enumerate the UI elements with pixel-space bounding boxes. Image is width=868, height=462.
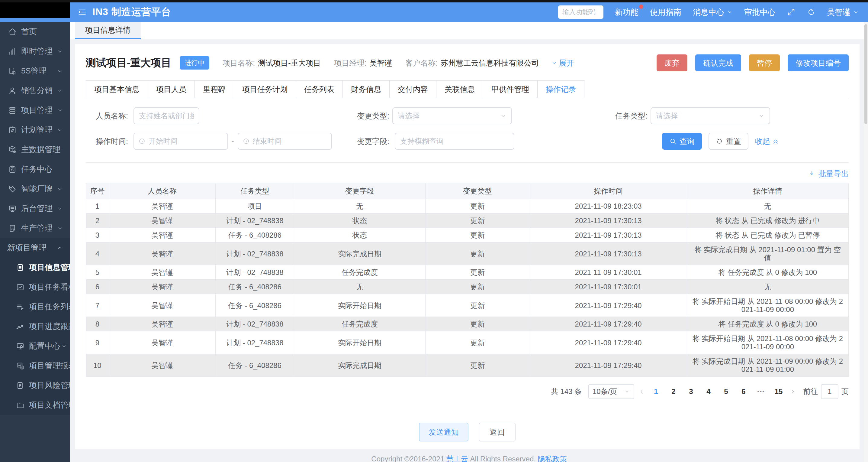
batch-export-link[interactable]: 批量导出 <box>808 169 849 179</box>
divider <box>86 162 849 163</box>
fullscreen-icon[interactable] <box>787 8 796 16</box>
end-time-input[interactable]: 结束时间 <box>238 133 332 150</box>
sidebar-item-backend[interactable]: 后台管理 <box>0 199 70 218</box>
page-number-5[interactable]: 5 <box>719 387 733 396</box>
prev-page-icon[interactable] <box>639 388 645 395</box>
tab-owner-supplied[interactable]: 甲供件管理 <box>483 80 537 98</box>
reset-button[interactable]: 重置 <box>709 133 748 150</box>
scrollbar[interactable] <box>864 22 868 462</box>
sidebar-item-sales[interactable]: 销售分销 <box>0 81 70 100</box>
table-row: 10吴智谨任务 - 6_408286实际完成日期更新2021-11-09 17:… <box>86 354 849 377</box>
sidebar-item-realtime[interactable]: 即时管理 <box>0 41 70 61</box>
start-time-input[interactable]: 开始时间 <box>133 133 228 150</box>
notebook-icon <box>8 125 17 135</box>
tab-task-list[interactable]: 任务列表 <box>296 80 342 98</box>
sidebar-subitem-task-board[interactable]: 项目任务看板 <box>0 277 70 297</box>
header-right: 新功能 使用指南 消息中心 审批中心 吴智谨 <box>558 5 859 19</box>
person-icon <box>8 86 17 95</box>
page-number-15[interactable]: 15 <box>772 387 785 396</box>
board-icon <box>16 283 25 292</box>
scrollbar-thumb[interactable] <box>864 24 867 124</box>
sidebar-item-project[interactable]: 项目管理 <box>0 100 70 120</box>
nav-approval-center[interactable]: 审批中心 <box>744 7 776 18</box>
sidebar-subitem-docs[interactable]: 项目文档管理 <box>0 395 70 415</box>
function-code-input[interactable] <box>558 5 603 19</box>
chevron-down-icon <box>57 186 63 192</box>
tab-related-info[interactable]: 关联信息 <box>436 80 483 98</box>
app-header: IN3 制造运营平台 新功能 使用指南 消息中心 审批中心 吴智谨 <box>0 2 868 22</box>
tab-members[interactable]: 项目人员 <box>148 80 194 98</box>
goto-unit: 页 <box>841 387 849 396</box>
operate-time-label: 操作时间: <box>86 136 131 146</box>
nav-new-features[interactable]: 新功能 <box>615 7 639 18</box>
total-count: 共 143 条 <box>551 387 582 396</box>
doc-clock-icon <box>8 66 17 76</box>
page-tab-bar: 项目信息详情 <box>70 22 868 39</box>
tab-operation-log[interactable]: 操作记录 <box>537 80 584 98</box>
pause-button[interactable]: 暂停 <box>749 54 780 71</box>
chevron-down-icon <box>551 60 557 66</box>
clock-icon <box>138 138 146 145</box>
col-op-time: 操作时间 <box>530 183 687 199</box>
nav-message-center[interactable]: 消息中心 <box>693 7 733 18</box>
sidebar-item-home[interactable]: 首页 <box>0 22 70 41</box>
tab-finance[interactable]: 财务信息 <box>342 80 389 98</box>
sidebar-subitem-task-list[interactable]: 项目任务列表 <box>0 297 70 317</box>
copyright-text: Copyright ©2016-2021 <box>371 455 444 462</box>
table-row: 1吴智谨项目无更新2021-11-09 18:23:03无 <box>86 199 849 213</box>
confirm-complete-button[interactable]: 确认完成 <box>695 54 741 71</box>
table-header-row: 序号 人员名称 任务类型 变更字段 变更类型 操作时间 操作详情 <box>86 183 849 199</box>
page-number-4[interactable]: 4 <box>702 387 715 396</box>
page-number-6[interactable]: 6 <box>737 387 750 396</box>
list-icon <box>16 302 25 311</box>
sidebar-item-5s[interactable]: 5S管理 <box>0 61 70 81</box>
discard-button[interactable]: 废弃 <box>657 54 687 71</box>
collapse-filter-link[interactable]: 收起 <box>755 136 779 146</box>
sidebar-subitem-config-center[interactable]: 配置中心 <box>0 336 70 356</box>
sidebar-subitem-project-info[interactable]: 项目信息管理 <box>0 258 70 277</box>
tab-task-plan[interactable]: 项目任务计划 <box>234 80 296 98</box>
sidebar-item-smartbrand[interactable]: 智能厂牌 <box>0 179 70 199</box>
privacy-link[interactable]: 隐私政策 <box>538 455 567 462</box>
page-tab-project-detail[interactable]: 项目信息详情 <box>75 22 141 39</box>
page-number-1[interactable]: 1 <box>649 387 663 396</box>
change-type-select[interactable]: 请选择 <box>392 107 512 124</box>
refresh-icon[interactable] <box>807 8 815 16</box>
table-row: 2吴智谨计划 - 02_748838状态更新2021-11-09 17:30:1… <box>86 213 849 228</box>
sidebar-item-taskcenter[interactable]: 任务中心 <box>0 160 70 179</box>
sidebar-subitem-risk[interactable]: 项目风险管理 <box>0 376 70 395</box>
sidebar-subitem-reports[interactable]: 项目管理报表 <box>0 356 70 376</box>
sidebar-group-header[interactable]: 新项目管理 <box>0 238 70 258</box>
page-number-2[interactable]: 2 <box>667 387 680 396</box>
project-name-meta: 项目名称:测试项目-重大项目 <box>223 58 321 68</box>
collapse-menu-icon[interactable] <box>77 7 87 17</box>
change-field-input[interactable] <box>395 133 514 150</box>
tab-delivery[interactable]: 交付内容 <box>389 80 436 98</box>
company-link[interactable]: 慧工云 <box>446 455 468 462</box>
footer: Copyright ©2016-2021 慧工云 All Rights Rese… <box>70 454 868 462</box>
search-button[interactable]: 查询 <box>662 133 702 150</box>
more-pages-icon[interactable]: ••• <box>754 388 768 395</box>
person-name-input[interactable] <box>133 107 199 124</box>
page-number-3[interactable]: 3 <box>684 387 698 396</box>
nav-user-guide[interactable]: 使用指南 <box>650 7 681 18</box>
goto-page-input[interactable] <box>821 384 838 399</box>
sidebar-item-plan[interactable]: 计划管理 <box>0 120 70 140</box>
send-notification-button[interactable]: 发送通知 <box>419 423 468 441</box>
back-button[interactable]: 返回 <box>479 423 516 441</box>
expand-link[interactable]: 展开 <box>551 58 574 68</box>
task-type-select[interactable]: 请选择 <box>651 107 770 124</box>
person-name-label: 人员名称: <box>86 111 131 121</box>
sidebar-item-masterdata[interactable]: 主数据管理 <box>0 140 70 160</box>
sidebar-subitem-progress-track[interactable]: 项目进度跟踪 <box>0 317 70 336</box>
notification-dot <box>639 4 643 9</box>
edit-project-code-button[interactable]: 修改项目编号 <box>788 54 849 71</box>
page-size-select[interactable]: 10条/页 <box>588 384 634 399</box>
tab-milestone[interactable]: 里程碑 <box>194 80 234 98</box>
pagination: 共 143 条 10条/页 1 2 3 4 5 6 ••• 15 前往 页 <box>86 384 849 399</box>
tab-basic-info[interactable]: 项目基本信息 <box>86 80 148 98</box>
next-page-icon[interactable] <box>789 388 796 395</box>
user-menu[interactable]: 吴智谨 <box>827 7 859 18</box>
detail-tab-bar: 项目基本信息 项目人员 里程碑 项目任务计划 任务列表 财务信息 交付内容 关联… <box>86 80 849 98</box>
sidebar-item-production[interactable]: 生产管理 <box>0 218 70 238</box>
